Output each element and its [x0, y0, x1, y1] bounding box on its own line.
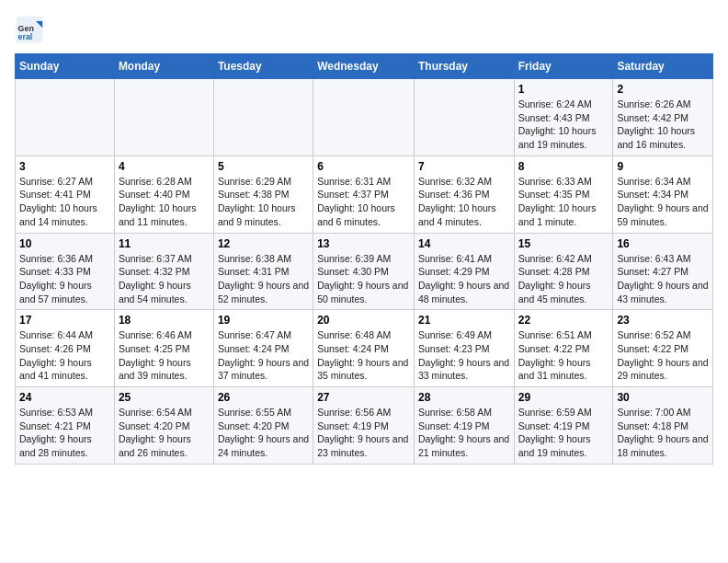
calendar-cell: 14 Sunrise: 6:41 AM Sunset: 4:29 PM Dayl…	[414, 233, 514, 310]
sunset-label: Sunset:	[617, 343, 650, 354]
sunset-label: Sunset:	[218, 189, 251, 200]
calendar-cell: 8 Sunrise: 6:33 AM Sunset: 4:35 PM Dayli…	[514, 155, 613, 233]
day-number: 3	[19, 160, 110, 173]
day-number: 4	[119, 160, 210, 173]
day-info: Sunrise: 6:56 AM Sunset: 4:19 PM Dayligh…	[317, 406, 410, 460]
sunrise-label: Sunrise:	[317, 329, 353, 340]
sunrise-label: Sunrise:	[617, 407, 653, 418]
day-number: 10	[19, 237, 110, 250]
day-number: 2	[617, 83, 709, 96]
sunrise-label: Sunrise:	[218, 253, 254, 264]
calendar-cell	[16, 79, 115, 156]
calendar-cell: 10 Sunrise: 6:36 AM Sunset: 4:33 PM Dayl…	[16, 233, 115, 310]
day-number: 15	[518, 237, 609, 250]
day-info: Sunrise: 6:27 AM Sunset: 4:41 PM Dayligh…	[19, 175, 110, 229]
sunset-label: Sunset:	[418, 266, 451, 277]
daylight-label: Daylight: 9 hours and 33 minutes.	[418, 357, 509, 382]
day-info: Sunrise: 6:49 AM Sunset: 4:23 PM Dayligh…	[418, 328, 510, 383]
sunset-label: Sunset:	[218, 420, 251, 431]
daylight-label: Daylight: 9 hours and 18 minutes.	[617, 433, 708, 458]
day-info: Sunrise: 6:36 AM Sunset: 4:33 PM Dayligh…	[19, 252, 110, 306]
logo-icon: Gen eral	[15, 15, 44, 44]
calendar-cell: 6 Sunrise: 6:31 AM Sunset: 4:37 PM Dayli…	[313, 155, 415, 233]
calendar-cell: 12 Sunrise: 6:38 AM Sunset: 4:31 PM Dayl…	[213, 233, 313, 310]
sunrise-label: Sunrise:	[317, 176, 353, 187]
sunset-label: Sunset:	[119, 343, 152, 354]
sunset-label: Sunset:	[617, 112, 650, 123]
day-info: Sunrise: 6:42 AM Sunset: 4:28 PM Dayligh…	[518, 252, 609, 306]
day-number: 19	[218, 314, 309, 327]
day-number: 7	[418, 160, 510, 173]
weekday-header-row: SundayMondayTuesdayWednesdayThursdayFrid…	[16, 54, 713, 79]
calendar-cell: 11 Sunrise: 6:37 AM Sunset: 4:32 PM Dayl…	[114, 233, 213, 310]
calendar-cell: 2 Sunrise: 6:26 AM Sunset: 4:42 PM Dayli…	[613, 79, 713, 156]
day-number: 9	[617, 160, 709, 173]
calendar-cell: 26 Sunrise: 6:55 AM Sunset: 4:20 PM Dayl…	[213, 387, 313, 465]
calendar-cell: 24 Sunrise: 6:53 AM Sunset: 4:21 PM Dayl…	[16, 387, 115, 465]
sunset-label: Sunset:	[19, 420, 52, 431]
sunrise-label: Sunrise:	[418, 329, 454, 340]
daylight-label: Daylight: 10 hours and 14 minutes.	[19, 202, 97, 227]
daylight-label: Daylight: 9 hours and 35 minutes.	[317, 357, 408, 382]
day-info: Sunrise: 6:47 AM Sunset: 4:24 PM Dayligh…	[218, 328, 309, 383]
day-info: Sunrise: 6:41 AM Sunset: 4:29 PM Dayligh…	[418, 252, 510, 306]
calendar-cell: 18 Sunrise: 6:46 AM Sunset: 4:25 PM Dayl…	[114, 310, 213, 387]
day-info: Sunrise: 7:00 AM Sunset: 4:18 PM Dayligh…	[617, 406, 709, 460]
day-info: Sunrise: 6:34 AM Sunset: 4:34 PM Dayligh…	[617, 175, 709, 229]
calendar-cell: 1 Sunrise: 6:24 AM Sunset: 4:43 PM Dayli…	[514, 79, 613, 156]
daylight-label: Daylight: 9 hours and 24 minutes.	[218, 433, 309, 458]
daylight-label: Daylight: 9 hours and 29 minutes.	[617, 357, 708, 382]
calendar-cell: 25 Sunrise: 6:54 AM Sunset: 4:20 PM Dayl…	[114, 387, 213, 465]
calendar-cell: 20 Sunrise: 6:48 AM Sunset: 4:24 PM Dayl…	[313, 310, 415, 387]
daylight-label: Daylight: 10 hours and 19 minutes.	[518, 125, 597, 150]
daylight-label: Daylight: 9 hours and 48 minutes.	[418, 280, 509, 304]
day-info: Sunrise: 6:44 AM Sunset: 4:26 PM Dayligh…	[19, 328, 110, 383]
sunset-label: Sunset:	[119, 420, 152, 431]
calendar-week-row: 17 Sunrise: 6:44 AM Sunset: 4:26 PM Dayl…	[16, 310, 713, 387]
sunrise-label: Sunrise:	[518, 98, 554, 109]
calendar-cell: 7 Sunrise: 6:32 AM Sunset: 4:36 PM Dayli…	[414, 155, 514, 233]
day-number: 30	[617, 391, 709, 404]
day-number: 27	[317, 391, 410, 404]
day-number: 25	[119, 391, 210, 404]
day-number: 21	[418, 314, 510, 327]
page-header: Gen eral	[15, 15, 713, 44]
calendar-cell: 13 Sunrise: 6:39 AM Sunset: 4:30 PM Dayl…	[313, 233, 415, 310]
daylight-label: Daylight: 9 hours and 54 minutes.	[119, 280, 191, 304]
day-number: 5	[218, 160, 309, 173]
day-number: 16	[617, 237, 709, 250]
calendar-cell: 29 Sunrise: 6:59 AM Sunset: 4:19 PM Dayl…	[514, 387, 613, 465]
calendar-cell: 16 Sunrise: 6:43 AM Sunset: 4:27 PM Dayl…	[613, 233, 713, 310]
sunrise-label: Sunrise:	[317, 253, 353, 264]
sunset-label: Sunset:	[19, 343, 52, 354]
sunset-label: Sunset:	[617, 266, 650, 277]
day-info: Sunrise: 6:58 AM Sunset: 4:19 PM Dayligh…	[418, 406, 510, 460]
day-info: Sunrise: 6:38 AM Sunset: 4:31 PM Dayligh…	[218, 252, 309, 306]
sunset-label: Sunset:	[317, 343, 350, 354]
sunrise-label: Sunrise:	[317, 407, 353, 418]
weekday-header: Tuesday	[213, 54, 313, 79]
sunset-label: Sunset:	[317, 420, 350, 431]
sunset-label: Sunset:	[418, 189, 451, 200]
sunset-label: Sunset:	[518, 266, 552, 277]
day-info: Sunrise: 6:55 AM Sunset: 4:20 PM Dayligh…	[218, 406, 309, 460]
sunset-label: Sunset:	[617, 189, 650, 200]
sunset-label: Sunset:	[617, 420, 650, 431]
sunset-label: Sunset:	[317, 266, 350, 277]
day-info: Sunrise: 6:52 AM Sunset: 4:22 PM Dayligh…	[617, 328, 709, 383]
calendar-cell: 23 Sunrise: 6:52 AM Sunset: 4:22 PM Dayl…	[613, 310, 713, 387]
logo: Gen eral	[15, 15, 48, 44]
sunset-label: Sunset:	[418, 420, 451, 431]
calendar-week-row: 24 Sunrise: 6:53 AM Sunset: 4:21 PM Dayl…	[16, 387, 713, 465]
daylight-label: Daylight: 9 hours and 41 minutes.	[19, 357, 92, 382]
calendar-cell: 27 Sunrise: 6:56 AM Sunset: 4:19 PM Dayl…	[313, 387, 415, 465]
calendar-cell: 5 Sunrise: 6:29 AM Sunset: 4:38 PM Dayli…	[213, 155, 313, 233]
day-number: 17	[19, 314, 110, 327]
daylight-label: Daylight: 10 hours and 4 minutes.	[418, 202, 496, 227]
calendar-cell: 19 Sunrise: 6:47 AM Sunset: 4:24 PM Dayl…	[213, 310, 313, 387]
calendar-cell: 3 Sunrise: 6:27 AM Sunset: 4:41 PM Dayli…	[16, 155, 115, 233]
daylight-label: Daylight: 9 hours and 43 minutes.	[617, 280, 708, 304]
sunrise-label: Sunrise:	[617, 176, 653, 187]
day-info: Sunrise: 6:48 AM Sunset: 4:24 PM Dayligh…	[317, 328, 410, 383]
weekday-header: Wednesday	[313, 54, 415, 79]
